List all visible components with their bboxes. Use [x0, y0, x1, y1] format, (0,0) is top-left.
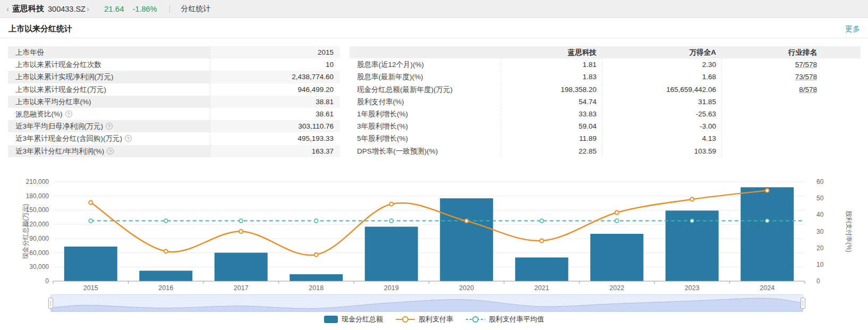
header-spacer: [822, 46, 861, 58]
table-row: 1年股利增长(%)33.83-25.63: [350, 108, 861, 120]
legend-label: 股利支付率: [419, 315, 453, 324]
table-row: 5年股利增长(%)11.894.13: [350, 132, 861, 145]
table-row: 现金分红总额(最新年度)(万元)198,358.20165,659,442.06…: [350, 83, 861, 96]
bar-2016[interactable]: [139, 270, 192, 281]
row-label: 上市以来累计现金分红次数: [8, 58, 210, 71]
datazoom-right-handle[interactable]: [801, 298, 805, 309]
datazoom-slider[interactable]: [50, 294, 803, 312]
avg-marker-2017[interactable]: [239, 219, 243, 223]
row-value: 946,499.20: [210, 83, 340, 96]
y-axis-left-tick: 210,000: [26, 178, 49, 185]
avg-marker-2023[interactable]: [690, 219, 694, 223]
row-label: 5年股利增长(%): [350, 132, 501, 145]
row-company-value: 59.04: [501, 120, 602, 132]
bar-2022[interactable]: [590, 234, 643, 281]
bar-2020[interactable]: [440, 198, 493, 281]
payout-marker-2016[interactable]: [164, 249, 168, 253]
row-label: 派息融资比(%)?: [8, 108, 210, 120]
payout-marker-2022[interactable]: [615, 210, 619, 214]
bar-2018[interactable]: [290, 274, 343, 281]
row-label: 近3年累计现金分红(含回购)(万元)?: [8, 132, 210, 145]
avg-marker-2018[interactable]: [314, 219, 318, 223]
payout-marker-2020[interactable]: [465, 219, 469, 223]
row-rank: 57/578: [721, 58, 822, 71]
payout-marker-2015[interactable]: [89, 200, 92, 204]
help-icon[interactable]: ?: [65, 111, 72, 117]
row-company-value: 1.81: [501, 58, 602, 71]
legend-label: 股利支付率平均值: [489, 315, 544, 324]
y-axis-right-tick: 60: [816, 178, 824, 185]
row-label: 上市以来累计实现净利润(万元): [8, 71, 210, 83]
legend-item-avg[interactable]: 股利支付率平均值: [466, 315, 544, 324]
tables-area: 上市年份2015上市以来累计现金分红次数10上市以来累计实现净利润(万元)2,4…: [8, 46, 861, 157]
table-row: 股息率(近12个月)(%)1.812.3057/578: [350, 58, 861, 71]
row-company-value: 11.89: [501, 132, 602, 145]
x-axis-label: 2019: [384, 284, 399, 292]
table-row: 近3年累计现金分红(含回购)(万元)?495,193.33: [8, 132, 340, 145]
back-chevron-icon[interactable]: ‹: [5, 4, 10, 13]
avg-marker-2021[interactable]: [540, 219, 543, 223]
avg-marker-2024[interactable]: [765, 219, 769, 223]
stock-name[interactable]: 蓝思科技: [12, 4, 44, 14]
row-company-value: 54.74: [501, 96, 602, 108]
row-spacer: [822, 71, 861, 83]
datazoom-left-handle[interactable]: [48, 298, 53, 309]
tab-dividend-stats[interactable]: 分红统计: [181, 4, 210, 14]
table-row: 上市以来累计现金分红(万元)946,499.20: [8, 83, 340, 96]
more-link[interactable]: 更多: [845, 24, 860, 34]
payout-marker-2021[interactable]: [540, 239, 543, 242]
payout-marker-2017[interactable]: [239, 230, 243, 233]
row-company-value: 22.85: [501, 145, 602, 157]
bar-2021[interactable]: [515, 257, 568, 281]
header-rank: 行业排名: [721, 46, 822, 58]
avg-marker-2019[interactable]: [389, 219, 393, 223]
table-header-row: 蓝思科技万得全A行业排名: [350, 46, 861, 58]
y-axis-right-tick: 20: [816, 244, 824, 252]
row-value: 38.81: [210, 96, 340, 108]
x-axis-label: 2021: [534, 284, 549, 292]
rank-link[interactable]: 8/578: [799, 86, 817, 94]
bar-swatch-icon: [324, 316, 338, 323]
help-icon[interactable]: ?: [106, 123, 113, 130]
bar-2019[interactable]: [365, 227, 418, 281]
rank-link[interactable]: 57/578: [795, 61, 817, 69]
row-spacer: [822, 83, 861, 96]
dividend-chart[interactable]: 030,00060,00090,000120,000150,000180,000…: [0, 163, 868, 294]
section-title: 上市以来分红统计: [8, 24, 72, 34]
section-header: 上市以来分红统计 更多: [0, 20, 868, 38]
avg-marker-2016[interactable]: [164, 219, 168, 223]
payout-marker-2019[interactable]: [389, 202, 393, 206]
datazoom-shadow: [51, 295, 803, 311]
avg-marker-2022[interactable]: [615, 219, 619, 223]
payout-marker-2018[interactable]: [314, 253, 318, 257]
y-axis-right-tick: 50: [816, 194, 824, 202]
payout-marker-2023[interactable]: [690, 198, 694, 201]
legend-label: 现金分红总额: [342, 315, 383, 324]
row-spacer: [822, 132, 861, 145]
table-row: DPS增长率(一致预测)(%)22.85103.59: [350, 145, 861, 157]
payout-marker-2024[interactable]: [765, 189, 769, 192]
forward-chevron-icon[interactable]: ›: [86, 4, 90, 13]
row-rank: 73/578: [721, 71, 822, 83]
table-row: 3年股利增长(%)59.04-3.00: [350, 120, 861, 132]
row-market-value: 4.13: [602, 132, 721, 145]
avg-marker-2015[interactable]: [89, 219, 92, 223]
dividend-stats-page: ‹ 蓝思科技 300433.SZ › 21.64 -1.86% 分红统计 上市以…: [0, 0, 868, 330]
y-axis-right-title: 股利支付率(%): [845, 210, 853, 252]
help-icon[interactable]: ?: [107, 148, 114, 155]
bar-2024[interactable]: [741, 187, 794, 281]
table-row: 股息率(最新年度)(%)1.831.6873/578: [350, 71, 861, 83]
help-icon[interactable]: ?: [125, 135, 132, 142]
bar-2017[interactable]: [215, 253, 268, 281]
row-value: 2015: [210, 46, 340, 58]
legend-item-bar[interactable]: 现金分红总额: [324, 315, 383, 324]
x-axis-label: 2020: [459, 284, 474, 292]
legend-item-payout[interactable]: 股利支付率: [396, 315, 453, 324]
bar-2015[interactable]: [64, 247, 117, 281]
x-axis-label: 2015: [83, 284, 98, 292]
content-card: 上市以来分红统计 更多 上市年份2015上市以来累计现金分红次数10上市以来累计…: [0, 20, 868, 330]
row-spacer: [822, 58, 861, 71]
row-label: 股息率(最新年度)(%): [350, 71, 501, 83]
x-axis-label: 2016: [158, 284, 173, 292]
rank-link[interactable]: 73/578: [795, 73, 817, 81]
